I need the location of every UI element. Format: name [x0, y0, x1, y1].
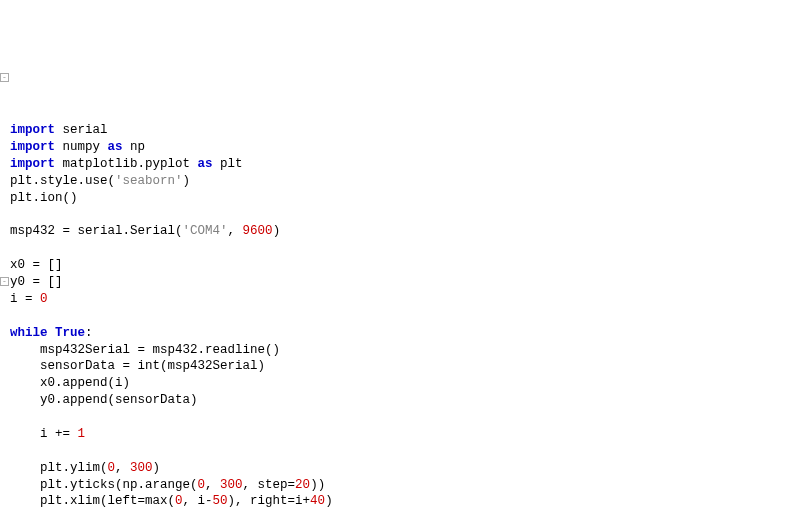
fold-handle-top[interactable]: -: [0, 73, 9, 82]
code-content: import serial import numpy as np import …: [10, 123, 790, 509]
code-editor: - - import serial import numpy as np imp…: [0, 68, 800, 510]
kw-import: import: [10, 123, 55, 137]
fold-handle-while[interactable]: -: [0, 277, 9, 286]
